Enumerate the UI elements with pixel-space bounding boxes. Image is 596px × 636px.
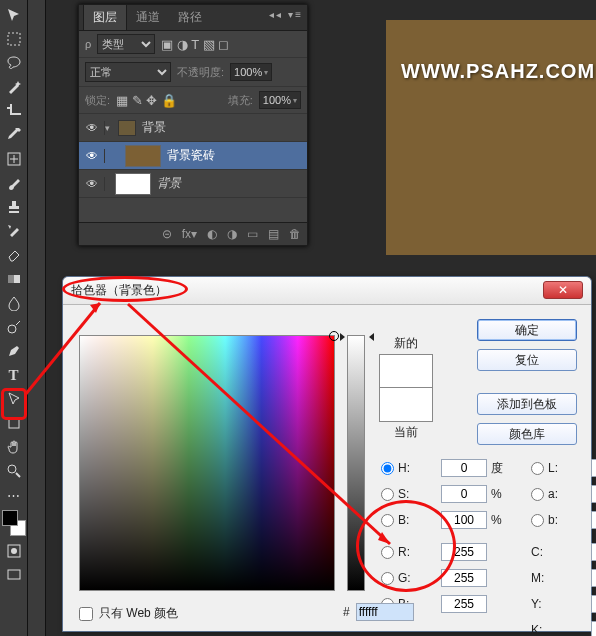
opacity-field[interactable]: 100% — [230, 63, 272, 81]
r-field[interactable] — [441, 543, 487, 561]
visibility-icon[interactable]: 👁 — [79, 177, 105, 191]
layer-group[interactable]: 👁 ▾ 背景 — [79, 114, 307, 142]
kind-filter[interactable]: 类型 — [97, 34, 155, 54]
color-field[interactable] — [79, 335, 335, 591]
tab-layers[interactable]: 图层 — [83, 4, 127, 30]
adjust-icon[interactable]: ◑ — [227, 227, 237, 241]
gradient-tool[interactable] — [3, 268, 25, 290]
l-field[interactable] — [591, 459, 596, 477]
canvas[interactable] — [386, 20, 596, 255]
panel-footer: ⊝ fx▾ ◐ ◑ ▭ ▤ 🗑 — [79, 222, 307, 245]
fill-field[interactable]: 100% — [259, 91, 301, 109]
m-field[interactable] — [591, 569, 596, 587]
hex-field[interactable] — [356, 603, 414, 621]
quickmask-tool[interactable] — [3, 540, 25, 562]
blur-tool[interactable] — [3, 292, 25, 314]
screenmode-tool[interactable] — [3, 564, 25, 586]
blend-mode[interactable]: 正常 — [85, 62, 171, 82]
link-layers-icon[interactable]: ⊝ — [162, 227, 172, 241]
ok-button[interactable]: 确定 — [477, 319, 577, 341]
web-only-label: 只有 Web 颜色 — [99, 605, 178, 622]
g-field[interactable] — [441, 569, 487, 587]
lock-label: 锁定: — [85, 93, 110, 108]
tab-paths[interactable]: 路径 — [169, 5, 211, 30]
r-radio[interactable]: R: — [381, 545, 441, 559]
bri-field[interactable] — [441, 511, 487, 529]
color-preview: 新的 当前 — [379, 335, 433, 443]
layer-row[interactable]: 👁 背景瓷砖 — [79, 142, 307, 170]
reset-button[interactable]: 复位 — [477, 349, 577, 371]
color-picker-dialog: 拾色器（背景色） ✕ 新的 当前 确定 复位 添加到色板 颜色库 H:度 L: … — [62, 276, 592, 632]
filter-icons[interactable]: ▣ ◑ T ▧ ◻ — [161, 37, 229, 52]
eraser-tool[interactable] — [3, 244, 25, 266]
web-only-check[interactable]: 只有 Web 颜色 — [79, 605, 178, 622]
c-field[interactable] — [591, 543, 596, 561]
brush-tool[interactable] — [3, 172, 25, 194]
trash-icon[interactable]: 🗑 — [289, 227, 301, 241]
history-brush-tool[interactable] — [3, 220, 25, 242]
path-select-tool[interactable] — [3, 388, 25, 410]
bb-radio[interactable]: b: — [531, 513, 591, 527]
mask-icon[interactable]: ◐ — [207, 227, 217, 241]
color-cursor[interactable] — [329, 331, 339, 341]
shape-tool[interactable] — [3, 412, 25, 434]
visibility-icon[interactable]: 👁 — [79, 149, 105, 163]
lasso-tool[interactable] — [3, 52, 25, 74]
l-radio[interactable]: L: — [531, 461, 591, 475]
fx-icon[interactable]: fx▾ — [182, 227, 197, 241]
color-fields: H:度 L: S:% a: B:% b: R: C:% G: M:% B: Y:… — [381, 455, 596, 617]
zoom-tool[interactable] — [3, 460, 25, 482]
s-field[interactable] — [441, 485, 487, 503]
close-button[interactable]: ✕ — [543, 281, 583, 299]
g-radio[interactable]: G: — [381, 571, 441, 585]
color-libs-button[interactable]: 颜色库 — [477, 423, 577, 445]
s-radio[interactable]: S: — [381, 487, 441, 501]
h-field[interactable] — [441, 459, 487, 477]
hue-pointer[interactable] — [342, 333, 372, 339]
collapse-icon[interactable]: ▾ — [105, 123, 110, 133]
a-field[interactable] — [591, 485, 596, 503]
new-layer-icon[interactable]: ▤ — [268, 227, 279, 241]
bb-field[interactable] — [591, 511, 596, 529]
lock-icons[interactable]: ▦ ✎ ✥ 🔒 — [116, 93, 177, 108]
move-tool[interactable] — [3, 4, 25, 26]
current-swatch[interactable] — [379, 388, 433, 422]
eyedropper-tool[interactable] — [3, 124, 25, 146]
pen-tool[interactable] — [3, 340, 25, 362]
visibility-icon[interactable]: 👁 — [79, 121, 105, 135]
m-label: M: — [531, 571, 591, 585]
add-swatch-button[interactable]: 添加到色板 — [477, 393, 577, 415]
bl-field[interactable] — [441, 595, 487, 613]
hue-slider[interactable] — [347, 335, 365, 591]
svg-rect-0 — [8, 33, 20, 45]
layer-row[interactable]: 👁 背景 — [79, 170, 307, 198]
dialog-title: 拾色器（背景色） — [71, 282, 167, 299]
unit-pct: % — [491, 513, 507, 527]
marquee-tool[interactable] — [3, 28, 25, 50]
unit-deg: 度 — [491, 460, 507, 477]
svg-rect-5 — [9, 418, 19, 428]
k-field[interactable] — [591, 621, 596, 636]
crop-tool[interactable] — [3, 100, 25, 122]
dodge-tool[interactable] — [3, 316, 25, 338]
y-field[interactable] — [591, 595, 596, 613]
web-only-checkbox[interactable] — [79, 607, 93, 621]
stamp-tool[interactable] — [3, 196, 25, 218]
layer-thumb — [125, 145, 161, 167]
tab-channels[interactable]: 通道 — [127, 5, 169, 30]
color-swatches[interactable] — [2, 510, 26, 536]
type-tool[interactable]: T — [3, 364, 25, 386]
extras-1[interactable]: ⋯ — [3, 484, 25, 506]
panel-flyout-icon[interactable]: ◂◂ ▾≡ — [269, 9, 303, 20]
h-radio[interactable]: H: — [381, 461, 441, 475]
b-radio[interactable]: B: — [381, 513, 441, 527]
c-label: C: — [531, 545, 591, 559]
a-radio[interactable]: a: — [531, 487, 591, 501]
fg-color-swatch[interactable] — [2, 510, 18, 526]
group-icon[interactable]: ▭ — [247, 227, 258, 241]
healing-tool[interactable] — [3, 148, 25, 170]
hand-tool[interactable] — [3, 436, 25, 458]
wand-tool[interactable] — [3, 76, 25, 98]
dialog-titlebar[interactable]: 拾色器（背景色） ✕ — [63, 277, 591, 305]
opacity-label: 不透明度: — [177, 65, 224, 80]
